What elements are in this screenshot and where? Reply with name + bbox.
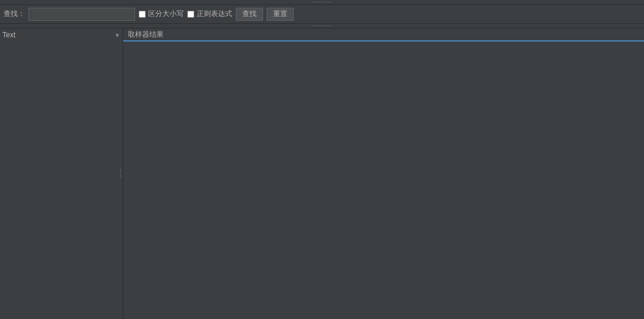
dropdown-arrow-icon[interactable]: ▼: [114, 32, 120, 39]
case-sensitive-label: 区分大小写: [148, 9, 184, 19]
right-panel-body: [123, 42, 644, 319]
search-input[interactable]: [28, 8, 135, 21]
vdrag-dot-4: [120, 177, 121, 178]
vdrag-dot-1: [120, 170, 121, 171]
vdrag-dot-2: [120, 172, 121, 173]
regex-label: 正则表达式: [197, 9, 232, 19]
main-content: Text ▼ 取样器结果: [0, 28, 644, 319]
regex-checkbox[interactable]: [187, 11, 194, 18]
right-panel: 取样器结果: [123, 28, 644, 319]
vdrag-dot-3: [120, 174, 121, 176]
right-panel-header: 取样器结果: [123, 28, 644, 42]
reset-button[interactable]: 重置: [267, 8, 294, 21]
search-button[interactable]: 查找: [236, 8, 263, 21]
mid-drag-handle[interactable]: ⋯⋯⋯: [0, 24, 644, 28]
case-sensitive-checkbox[interactable]: [139, 11, 146, 18]
left-panel: Text ▼: [0, 28, 123, 319]
search-label: 查找：: [4, 9, 25, 19]
case-sensitive-group: 区分大小写: [139, 9, 184, 19]
vertical-drag-handle[interactable]: [119, 165, 123, 183]
regex-group: 正则表达式: [187, 9, 232, 19]
right-panel-title: 取样器结果: [128, 30, 164, 40]
left-panel-item-text: Text: [2, 31, 114, 39]
top-drag-handle[interactable]: ⋯⋯⋯: [0, 0, 644, 5]
search-bar: 查找： 区分大小写 正则表达式 查找 重置: [0, 5, 644, 24]
left-panel-item[interactable]: Text ▼: [0, 28, 123, 42]
drag-dots-top: ⋯⋯⋯: [312, 0, 332, 5]
